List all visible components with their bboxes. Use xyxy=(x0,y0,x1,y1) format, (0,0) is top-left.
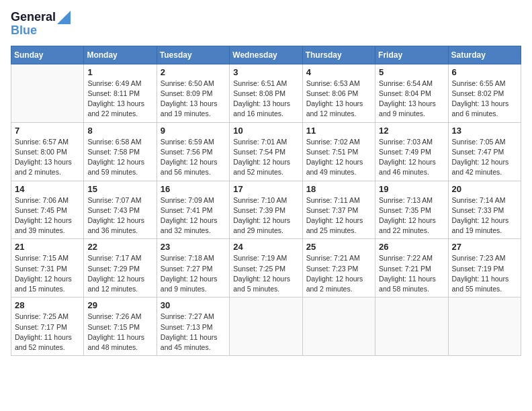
weekday-header-row: SundayMondayTuesdayWednesdayThursdayFrid… xyxy=(11,46,521,64)
calendar-cell: 14Sunrise: 7:06 AMSunset: 7:45 PMDayligh… xyxy=(11,181,84,239)
weekday-header-thursday: Thursday xyxy=(302,46,375,64)
calendar-cell: 8Sunrise: 6:58 AMSunset: 7:58 PMDaylight… xyxy=(84,122,157,181)
day-info: Sunrise: 7:10 AMSunset: 7:39 PMDaylight:… xyxy=(233,195,298,236)
day-info: Sunrise: 6:50 AMSunset: 8:09 PMDaylight:… xyxy=(161,79,226,120)
calendar-cell: 18Sunrise: 7:11 AMSunset: 7:37 PMDayligh… xyxy=(302,181,375,239)
calendar-cell: 26Sunrise: 7:22 AMSunset: 7:21 PMDayligh… xyxy=(375,239,448,298)
calendar-cell: 1Sunrise: 6:49 AMSunset: 8:11 PMDaylight… xyxy=(84,64,157,122)
day-info: Sunrise: 7:05 AMSunset: 7:47 PMDaylight:… xyxy=(452,137,517,178)
logo-triangle-icon xyxy=(57,11,71,24)
calendar-cell: 30Sunrise: 7:27 AMSunset: 7:13 PMDayligh… xyxy=(157,298,229,356)
calendar-cell: 20Sunrise: 7:14 AMSunset: 7:33 PMDayligh… xyxy=(448,181,521,239)
day-number: 17 xyxy=(233,184,298,194)
day-info: Sunrise: 7:19 AMSunset: 7:25 PMDaylight:… xyxy=(233,253,298,294)
page-header: General Blue xyxy=(11,11,521,38)
week-row-3: 14Sunrise: 7:06 AMSunset: 7:45 PMDayligh… xyxy=(11,181,521,239)
calendar-cell: 21Sunrise: 7:15 AMSunset: 7:31 PMDayligh… xyxy=(11,239,84,298)
week-row-1: 1Sunrise: 6:49 AMSunset: 8:11 PMDaylight… xyxy=(11,64,521,122)
calendar-cell: 17Sunrise: 7:10 AMSunset: 7:39 PMDayligh… xyxy=(230,181,302,239)
day-number: 24 xyxy=(233,242,298,252)
day-number: 26 xyxy=(379,242,444,252)
calendar-cell xyxy=(448,298,521,356)
day-number: 27 xyxy=(452,242,517,252)
calendar-table: SundayMondayTuesdayWednesdayThursdayFrid… xyxy=(11,46,521,356)
day-number: 8 xyxy=(87,126,152,136)
day-info: Sunrise: 7:09 AMSunset: 7:41 PMDaylight:… xyxy=(161,195,226,236)
day-number: 6 xyxy=(452,67,517,77)
day-info: Sunrise: 6:59 AMSunset: 7:56 PMDaylight:… xyxy=(161,137,226,178)
day-info: Sunrise: 7:23 AMSunset: 7:19 PMDaylight:… xyxy=(452,253,517,294)
day-number: 9 xyxy=(161,126,226,136)
calendar-cell: 27Sunrise: 7:23 AMSunset: 7:19 PMDayligh… xyxy=(448,239,521,298)
day-info: Sunrise: 7:17 AMSunset: 7:29 PMDaylight:… xyxy=(87,253,152,294)
weekday-header-saturday: Saturday xyxy=(448,46,521,64)
day-info: Sunrise: 6:51 AMSunset: 8:08 PMDaylight:… xyxy=(233,79,298,120)
day-info: Sunrise: 7:14 AMSunset: 7:33 PMDaylight:… xyxy=(452,195,517,236)
calendar-cell: 28Sunrise: 7:25 AMSunset: 7:17 PMDayligh… xyxy=(11,298,84,356)
calendar-cell: 22Sunrise: 7:17 AMSunset: 7:29 PMDayligh… xyxy=(84,239,157,298)
calendar-cell xyxy=(11,64,84,122)
calendar-cell: 24Sunrise: 7:19 AMSunset: 7:25 PMDayligh… xyxy=(230,239,302,298)
day-number: 20 xyxy=(452,184,517,194)
day-number: 13 xyxy=(452,126,517,136)
calendar-cell: 12Sunrise: 7:03 AMSunset: 7:49 PMDayligh… xyxy=(375,122,448,181)
day-info: Sunrise: 7:13 AMSunset: 7:35 PMDaylight:… xyxy=(379,195,444,236)
day-number: 1 xyxy=(87,67,152,77)
day-info: Sunrise: 6:57 AMSunset: 8:00 PMDaylight:… xyxy=(15,137,80,178)
day-number: 4 xyxy=(306,67,371,77)
day-number: 7 xyxy=(15,126,80,136)
day-number: 22 xyxy=(87,242,152,252)
calendar-cell: 29Sunrise: 7:26 AMSunset: 7:15 PMDayligh… xyxy=(84,298,157,356)
calendar-cell: 15Sunrise: 7:07 AMSunset: 7:43 PMDayligh… xyxy=(84,181,157,239)
day-number: 11 xyxy=(306,126,371,136)
week-row-4: 21Sunrise: 7:15 AMSunset: 7:31 PMDayligh… xyxy=(11,239,521,298)
day-number: 16 xyxy=(161,184,226,194)
day-info: Sunrise: 7:25 AMSunset: 7:17 PMDaylight:… xyxy=(15,312,80,353)
weekday-header-friday: Friday xyxy=(375,46,448,64)
calendar-cell: 13Sunrise: 7:05 AMSunset: 7:47 PMDayligh… xyxy=(448,122,521,181)
day-number: 29 xyxy=(87,300,152,310)
calendar-cell: 19Sunrise: 7:13 AMSunset: 7:35 PMDayligh… xyxy=(375,181,448,239)
day-number: 18 xyxy=(306,184,371,194)
day-info: Sunrise: 7:02 AMSunset: 7:51 PMDaylight:… xyxy=(306,137,371,178)
day-info: Sunrise: 6:54 AMSunset: 8:04 PMDaylight:… xyxy=(379,79,444,120)
day-info: Sunrise: 6:58 AMSunset: 7:58 PMDaylight:… xyxy=(87,137,152,178)
day-number: 3 xyxy=(233,67,298,77)
calendar-cell: 2Sunrise: 6:50 AMSunset: 8:09 PMDaylight… xyxy=(157,64,229,122)
calendar-cell: 7Sunrise: 6:57 AMSunset: 8:00 PMDaylight… xyxy=(11,122,84,181)
day-number: 5 xyxy=(379,67,444,77)
day-number: 19 xyxy=(379,184,444,194)
calendar-cell: 9Sunrise: 6:59 AMSunset: 7:56 PMDaylight… xyxy=(157,122,229,181)
day-info: Sunrise: 6:49 AMSunset: 8:11 PMDaylight:… xyxy=(87,79,152,120)
day-info: Sunrise: 7:07 AMSunset: 7:43 PMDaylight:… xyxy=(87,195,152,236)
day-number: 23 xyxy=(161,242,226,252)
weekday-header-wednesday: Wednesday xyxy=(230,46,302,64)
day-info: Sunrise: 7:26 AMSunset: 7:15 PMDaylight:… xyxy=(87,312,152,353)
calendar-cell: 6Sunrise: 6:55 AMSunset: 8:02 PMDaylight… xyxy=(448,64,521,122)
calendar-cell: 3Sunrise: 6:51 AMSunset: 8:08 PMDaylight… xyxy=(230,64,302,122)
calendar-cell: 10Sunrise: 7:01 AMSunset: 7:54 PMDayligh… xyxy=(230,122,302,181)
day-number: 28 xyxy=(15,300,80,310)
weekday-header-tuesday: Tuesday xyxy=(157,46,229,64)
day-number: 12 xyxy=(379,126,444,136)
calendar-cell: 16Sunrise: 7:09 AMSunset: 7:41 PMDayligh… xyxy=(157,181,229,239)
day-number: 30 xyxy=(161,300,226,310)
day-number: 25 xyxy=(306,242,371,252)
calendar-cell xyxy=(230,298,302,356)
day-info: Sunrise: 7:22 AMSunset: 7:21 PMDaylight:… xyxy=(379,253,444,294)
day-info: Sunrise: 7:18 AMSunset: 7:27 PMDaylight:… xyxy=(161,253,226,294)
calendar-cell: 4Sunrise: 6:53 AMSunset: 8:06 PMDaylight… xyxy=(302,64,375,122)
calendar-cell xyxy=(302,298,375,356)
week-row-5: 28Sunrise: 7:25 AMSunset: 7:17 PMDayligh… xyxy=(11,298,521,356)
day-number: 2 xyxy=(161,67,226,77)
day-info: Sunrise: 7:27 AMSunset: 7:13 PMDaylight:… xyxy=(161,312,226,353)
day-info: Sunrise: 7:21 AMSunset: 7:23 PMDaylight:… xyxy=(306,253,371,294)
day-info: Sunrise: 7:15 AMSunset: 7:31 PMDaylight:… xyxy=(15,253,80,294)
logo-wordmark: General Blue xyxy=(11,11,71,38)
day-info: Sunrise: 6:55 AMSunset: 8:02 PMDaylight:… xyxy=(452,79,517,120)
calendar-cell: 23Sunrise: 7:18 AMSunset: 7:27 PMDayligh… xyxy=(157,239,229,298)
day-info: Sunrise: 7:06 AMSunset: 7:45 PMDaylight:… xyxy=(15,195,80,236)
day-number: 21 xyxy=(15,242,80,252)
day-info: Sunrise: 7:11 AMSunset: 7:37 PMDaylight:… xyxy=(306,195,371,236)
calendar-cell: 11Sunrise: 7:02 AMSunset: 7:51 PMDayligh… xyxy=(302,122,375,181)
